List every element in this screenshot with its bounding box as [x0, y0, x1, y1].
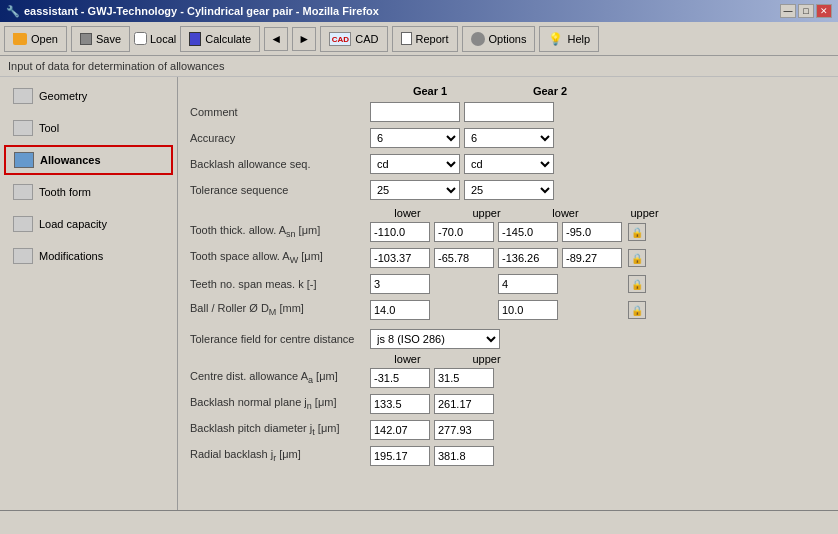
tooth-thick-label: Tooth thick. allow. Asn [μm] [190, 224, 370, 239]
floppy-icon [80, 33, 92, 45]
radial-backlash-lower[interactable] [370, 446, 430, 466]
local-label: Local [150, 33, 176, 45]
backlash-seq-gear2-select[interactable]: cdabbcde [464, 154, 554, 174]
save-button[interactable]: Save [71, 26, 130, 52]
teeth-span-gear1[interactable] [370, 274, 430, 294]
backlash-seq-row: Backlash allowance seq. cdabbcde cdabbcd… [190, 153, 826, 175]
upper-header-gear2: upper [607, 207, 682, 219]
tooth-space-gear1-lower[interactable] [370, 248, 430, 268]
tolerance-seq-inputs: 252030 252030 [370, 180, 554, 200]
tooth-thick-gear1-lower[interactable] [370, 222, 430, 242]
folder-icon [13, 33, 27, 45]
tooth-space-gear2-lower[interactable] [498, 248, 558, 268]
ball-roller-lock-icon[interactable]: 🔒 [628, 301, 646, 319]
comment-gear2-input[interactable] [464, 102, 554, 122]
ball-roller-gear1[interactable] [370, 300, 430, 320]
open-button[interactable]: Open [4, 26, 67, 52]
tolerance-seq-gear1-select[interactable]: 252030 [370, 180, 460, 200]
sub-header-cols: lower upper lower upper [370, 207, 682, 219]
calc-icon [189, 32, 201, 46]
comment-row: Comment [190, 101, 826, 123]
centre-dist-upper[interactable] [434, 368, 494, 388]
accuracy-gear1-select[interactable]: 6578 [370, 128, 460, 148]
maximize-button[interactable]: □ [798, 4, 814, 18]
sidebar-label-modifications: Modifications [39, 250, 103, 262]
modifications-icon [13, 248, 33, 264]
tooth-thick-gear1-upper[interactable] [434, 222, 494, 242]
tolerance-seq-row: Tolerance sequence 252030 252030 [190, 179, 826, 201]
tolerance-seq-gear2-select[interactable]: 252030 [464, 180, 554, 200]
tooth-thick-gear2-upper[interactable] [562, 222, 622, 242]
sidebar-item-tooth-form[interactable]: Tooth form [4, 177, 173, 207]
local-checkbox-group: Local [134, 32, 176, 45]
backlash-pitch-lower[interactable] [370, 420, 430, 440]
close-button[interactable]: ✕ [816, 4, 832, 18]
tolerance-centre-label: Tolerance field for centre distance [190, 333, 370, 345]
backlash-seq-inputs: cdabbcde cdabbcde [370, 154, 554, 174]
info-bar: Input of data for determination of allow… [0, 56, 838, 77]
centre-upper-header: upper [449, 353, 524, 365]
accuracy-gear2-select[interactable]: 6578 [464, 128, 554, 148]
forward-button[interactable]: ► [292, 27, 316, 51]
window-controls[interactable]: — □ ✕ [780, 4, 832, 18]
tooth-thick-row: Tooth thick. allow. Asn [μm] 🔒 [190, 221, 826, 243]
gear1-header: Gear 1 [370, 85, 490, 97]
centre-lower-header: lower [370, 353, 445, 365]
backlash-seq-gear1-select[interactable]: cdabbcde [370, 154, 460, 174]
help-icon: 💡 [548, 32, 563, 46]
radial-backlash-upper[interactable] [434, 446, 494, 466]
toolbar: Open Save Local Calculate ◄ ► CAD CAD Re… [0, 22, 838, 56]
sidebar-label-tool: Tool [39, 122, 59, 134]
backlash-normal-lower[interactable] [370, 394, 430, 414]
teeth-span-gear2[interactable] [498, 274, 558, 294]
sidebar-label-geometry: Geometry [39, 90, 87, 102]
gear2-header: Gear 2 [490, 85, 610, 97]
backlash-normal-inputs [370, 394, 494, 414]
centre-dist-lower[interactable] [370, 368, 430, 388]
report-button[interactable]: Report [392, 26, 458, 52]
sidebar-item-load-capacity[interactable]: Load capacity [4, 209, 173, 239]
sidebar-item-geometry[interactable]: Geometry [4, 81, 173, 111]
report-icon [401, 32, 412, 45]
tolerance-centre-row: Tolerance field for centre distance js 8… [190, 329, 826, 349]
calculate-button[interactable]: Calculate [180, 26, 260, 52]
title-bar-text: 🔧 eassistant - GWJ-Technology - Cylindri… [6, 5, 379, 18]
cad-button[interactable]: CAD CAD [320, 26, 387, 52]
lower-header-gear2: lower [528, 207, 603, 219]
tooth-space-label: Tooth space allow. AW [μm] [190, 250, 370, 265]
back-button[interactable]: ◄ [264, 27, 288, 51]
sidebar-item-allowances[interactable]: Allowances [4, 145, 173, 175]
backlash-pitch-upper[interactable] [434, 420, 494, 440]
title-bar: 🔧 eassistant - GWJ-Technology - Cylindri… [0, 0, 838, 22]
cad-icon: CAD [329, 32, 351, 46]
backlash-seq-label: Backlash allowance seq. [190, 158, 370, 170]
minimize-button[interactable]: — [780, 4, 796, 18]
ball-roller-gear2[interactable] [498, 300, 558, 320]
tooth-thick-gear2-lower[interactable] [498, 222, 558, 242]
tooth-space-gear1-upper[interactable] [434, 248, 494, 268]
local-checkbox[interactable] [134, 32, 147, 45]
sidebar-item-tool[interactable]: Tool [4, 113, 173, 143]
teeth-span-lock-icon[interactable]: 🔒 [628, 275, 646, 293]
radial-backlash-label: Radial backlash jr [μm] [190, 448, 370, 463]
centre-headers: lower upper [370, 353, 826, 365]
ball-roller-inputs: 🔒 [370, 300, 646, 320]
backlash-pitch-label: Backlash pitch diameter jt [μm] [190, 422, 370, 437]
help-button[interactable]: 💡 Help [539, 26, 599, 52]
ball-roller-label: Ball / Roller Ø DM [mm] [190, 302, 370, 317]
gear-header-row: Gear 1 Gear 2 [370, 85, 826, 97]
accuracy-label: Accuracy [190, 132, 370, 144]
tolerance-centre-select[interactable]: js 8 (ISO 286) js 7 (ISO 286) h 8 (ISO 2… [370, 329, 500, 349]
options-button[interactable]: Options [462, 26, 536, 52]
tooth-thick-lock-icon[interactable]: 🔒 [628, 223, 646, 241]
centre-dist-row: Centre dist. allowance Aa [μm] [190, 367, 826, 389]
ball-roller-row: Ball / Roller Ø DM [mm] 🔒 [190, 299, 826, 321]
teeth-span-label: Teeth no. span meas. k [-] [190, 278, 370, 290]
backlash-normal-upper[interactable] [434, 394, 494, 414]
sidebar-item-modifications[interactable]: Modifications [4, 241, 173, 271]
teeth-span-row: Teeth no. span meas. k [-] 🔒 [190, 273, 826, 295]
tooth-space-gear2-upper[interactable] [562, 248, 622, 268]
tooth-space-lock-icon[interactable]: 🔒 [628, 249, 646, 267]
comment-gear1-input[interactable] [370, 102, 460, 122]
sub-header-spacer [190, 207, 370, 219]
